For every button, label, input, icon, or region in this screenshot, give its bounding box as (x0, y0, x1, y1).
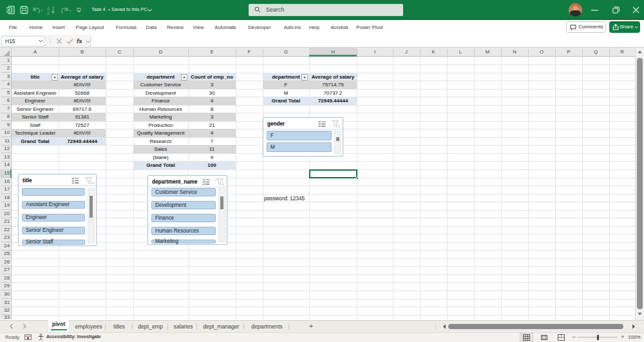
svg-text:A: A (47, 6, 50, 11)
svg-text:Z: Z (47, 11, 50, 15)
